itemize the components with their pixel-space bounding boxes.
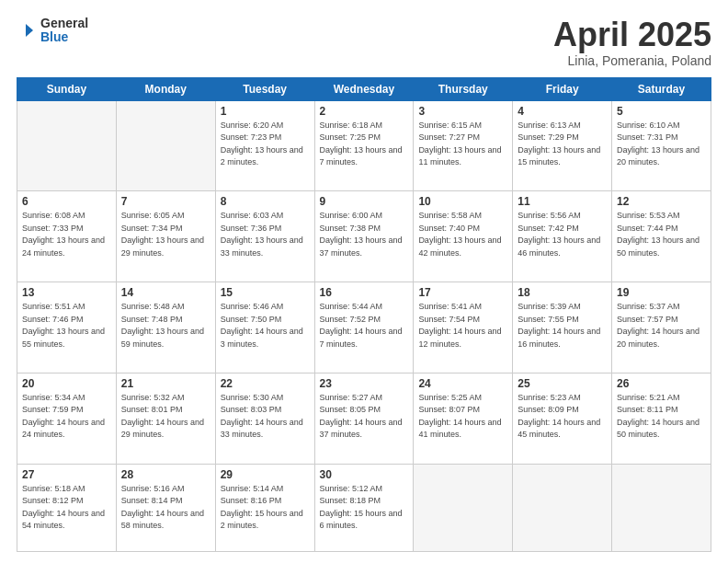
calendar-cell: 21Sunrise: 5:32 AM Sunset: 8:01 PM Dayli… [116, 373, 215, 464]
day-number: 23 [320, 377, 409, 390]
day-info: Sunrise: 5:32 AM Sunset: 8:01 PM Dayligh… [121, 392, 210, 442]
header-tuesday: Tuesday [215, 77, 314, 100]
day-info: Sunrise: 5:56 AM Sunset: 7:42 PM Dayligh… [518, 210, 607, 259]
header-monday: Monday [116, 77, 215, 100]
calendar-cell: 28Sunrise: 5:16 AM Sunset: 8:14 PM Dayli… [116, 464, 215, 551]
calendar-cell [513, 464, 612, 551]
day-info: Sunrise: 6:20 AM Sunset: 7:23 PM Dayligh… [221, 120, 310, 169]
day-number: 17 [418, 286, 507, 299]
day-number: 6 [22, 195, 111, 208]
calendar-cell: 2Sunrise: 6:18 AM Sunset: 7:25 PM Daylig… [314, 100, 414, 191]
calendar-cell: 17Sunrise: 5:41 AM Sunset: 7:54 PM Dayli… [414, 282, 513, 373]
calendar-cell: 22Sunrise: 5:30 AM Sunset: 8:03 PM Dayli… [215, 373, 314, 464]
calendar-cell: 24Sunrise: 5:25 AM Sunset: 8:07 PM Dayli… [414, 373, 513, 464]
logo-text: General Blue [17, 17, 88, 45]
calendar-week-row: 20Sunrise: 5:34 AM Sunset: 7:59 PM Dayli… [17, 373, 711, 464]
logo-chevron-icon [17, 20, 37, 40]
day-number: 28 [121, 468, 210, 481]
day-number: 13 [22, 286, 111, 299]
header: General Blue April 2025 Linia, Pomerania… [17, 17, 711, 68]
day-number: 15 [221, 286, 310, 299]
day-number: 27 [22, 468, 111, 481]
day-number: 25 [518, 377, 607, 390]
day-info: Sunrise: 5:30 AM Sunset: 8:03 PM Dayligh… [221, 392, 310, 442]
calendar-cell: 5Sunrise: 6:10 AM Sunset: 7:31 PM Daylig… [612, 100, 711, 191]
header-saturday: Saturday [612, 77, 711, 100]
day-info: Sunrise: 6:03 AM Sunset: 7:36 PM Dayligh… [221, 210, 310, 259]
day-number: 30 [320, 468, 409, 481]
day-header-row: Sunday Monday Tuesday Wednesday Thursday… [17, 77, 711, 100]
day-info: Sunrise: 5:41 AM Sunset: 7:54 PM Dayligh… [418, 301, 507, 350]
calendar-cell: 30Sunrise: 5:12 AM Sunset: 8:18 PM Dayli… [314, 464, 414, 551]
header-thursday: Thursday [414, 77, 513, 100]
calendar-cell [414, 464, 513, 551]
day-info: Sunrise: 5:34 AM Sunset: 7:59 PM Dayligh… [22, 392, 111, 442]
day-info: Sunrise: 5:23 AM Sunset: 8:09 PM Dayligh… [518, 392, 607, 442]
day-number: 11 [518, 195, 607, 208]
calendar-cell: 26Sunrise: 5:21 AM Sunset: 8:11 PM Dayli… [612, 373, 711, 464]
calendar-cell: 12Sunrise: 5:53 AM Sunset: 7:44 PM Dayli… [612, 191, 711, 282]
calendar-week-row: 27Sunrise: 5:18 AM Sunset: 8:12 PM Dayli… [17, 464, 711, 551]
day-info: Sunrise: 5:46 AM Sunset: 7:50 PM Dayligh… [221, 301, 310, 350]
location: Linia, Pomerania, Poland [553, 53, 711, 68]
calendar-cell: 7Sunrise: 6:05 AM Sunset: 7:34 PM Daylig… [116, 191, 215, 282]
logo-general: General [40, 17, 88, 30]
day-info: Sunrise: 6:08 AM Sunset: 7:33 PM Dayligh… [22, 210, 111, 259]
calendar-cell: 11Sunrise: 5:56 AM Sunset: 7:42 PM Dayli… [513, 191, 612, 282]
day-number: 26 [617, 377, 706, 390]
day-info: Sunrise: 6:18 AM Sunset: 7:25 PM Dayligh… [320, 120, 409, 169]
calendar-cell: 4Sunrise: 6:13 AM Sunset: 7:29 PM Daylig… [513, 100, 612, 191]
calendar-cell: 18Sunrise: 5:39 AM Sunset: 7:55 PM Dayli… [513, 282, 612, 373]
day-info: Sunrise: 5:18 AM Sunset: 8:12 PM Dayligh… [22, 483, 111, 533]
day-info: Sunrise: 5:25 AM Sunset: 8:07 PM Dayligh… [418, 392, 507, 442]
day-number: 24 [418, 377, 507, 390]
calendar-cell [612, 464, 711, 551]
day-number: 19 [617, 286, 706, 299]
day-number: 20 [22, 377, 111, 390]
logo-blue: Blue [40, 30, 88, 44]
calendar-cell: 25Sunrise: 5:23 AM Sunset: 8:09 PM Dayli… [513, 373, 612, 464]
calendar-cell [17, 100, 117, 191]
page: General Blue April 2025 Linia, Pomerania… [0, 0, 728, 563]
calendar-cell: 23Sunrise: 5:27 AM Sunset: 8:05 PM Dayli… [314, 373, 414, 464]
day-number: 4 [518, 105, 607, 118]
day-number: 29 [221, 468, 310, 481]
day-number: 2 [320, 105, 409, 118]
calendar-cell: 1Sunrise: 6:20 AM Sunset: 7:23 PM Daylig… [215, 100, 314, 191]
day-info: Sunrise: 6:00 AM Sunset: 7:38 PM Dayligh… [320, 210, 409, 259]
calendar-cell: 15Sunrise: 5:46 AM Sunset: 7:50 PM Dayli… [215, 282, 314, 373]
calendar-cell [116, 100, 215, 191]
calendar-cell: 10Sunrise: 5:58 AM Sunset: 7:40 PM Dayli… [414, 191, 513, 282]
title-block: April 2025 Linia, Pomerania, Poland [553, 17, 711, 68]
day-info: Sunrise: 6:13 AM Sunset: 7:29 PM Dayligh… [518, 120, 607, 169]
day-info: Sunrise: 5:51 AM Sunset: 7:46 PM Dayligh… [22, 301, 111, 350]
day-info: Sunrise: 5:27 AM Sunset: 8:05 PM Dayligh… [320, 392, 409, 442]
day-number: 10 [418, 195, 507, 208]
header-sunday: Sunday [17, 77, 117, 100]
calendar-cell: 6Sunrise: 6:08 AM Sunset: 7:33 PM Daylig… [17, 191, 117, 282]
day-number: 5 [617, 105, 706, 118]
day-info: Sunrise: 5:48 AM Sunset: 7:48 PM Dayligh… [121, 301, 210, 350]
day-number: 8 [221, 195, 310, 208]
calendar-cell: 27Sunrise: 5:18 AM Sunset: 8:12 PM Dayli… [17, 464, 117, 551]
day-info: Sunrise: 5:44 AM Sunset: 7:52 PM Dayligh… [320, 301, 409, 350]
day-info: Sunrise: 5:37 AM Sunset: 7:57 PM Dayligh… [617, 301, 706, 350]
day-number: 18 [518, 286, 607, 299]
day-info: Sunrise: 5:39 AM Sunset: 7:55 PM Dayligh… [518, 301, 607, 350]
day-info: Sunrise: 6:10 AM Sunset: 7:31 PM Dayligh… [617, 120, 706, 169]
calendar-cell: 19Sunrise: 5:37 AM Sunset: 7:57 PM Dayli… [612, 282, 711, 373]
calendar-cell: 14Sunrise: 5:48 AM Sunset: 7:48 PM Dayli… [116, 282, 215, 373]
day-info: Sunrise: 5:16 AM Sunset: 8:14 PM Dayligh… [121, 483, 210, 533]
day-info: Sunrise: 6:15 AM Sunset: 7:27 PM Dayligh… [418, 120, 507, 169]
calendar-cell: 16Sunrise: 5:44 AM Sunset: 7:52 PM Dayli… [314, 282, 414, 373]
day-number: 7 [121, 195, 210, 208]
header-friday: Friday [513, 77, 612, 100]
calendar-week-row: 13Sunrise: 5:51 AM Sunset: 7:46 PM Dayli… [17, 282, 711, 373]
svg-marker-0 [26, 24, 33, 37]
day-number: 9 [320, 195, 409, 208]
day-info: Sunrise: 6:05 AM Sunset: 7:34 PM Dayligh… [121, 210, 210, 259]
calendar-cell: 8Sunrise: 6:03 AM Sunset: 7:36 PM Daylig… [215, 191, 314, 282]
calendar-week-row: 1Sunrise: 6:20 AM Sunset: 7:23 PM Daylig… [17, 100, 711, 191]
calendar-table: Sunday Monday Tuesday Wednesday Thursday… [17, 77, 711, 552]
day-number: 1 [221, 105, 310, 118]
